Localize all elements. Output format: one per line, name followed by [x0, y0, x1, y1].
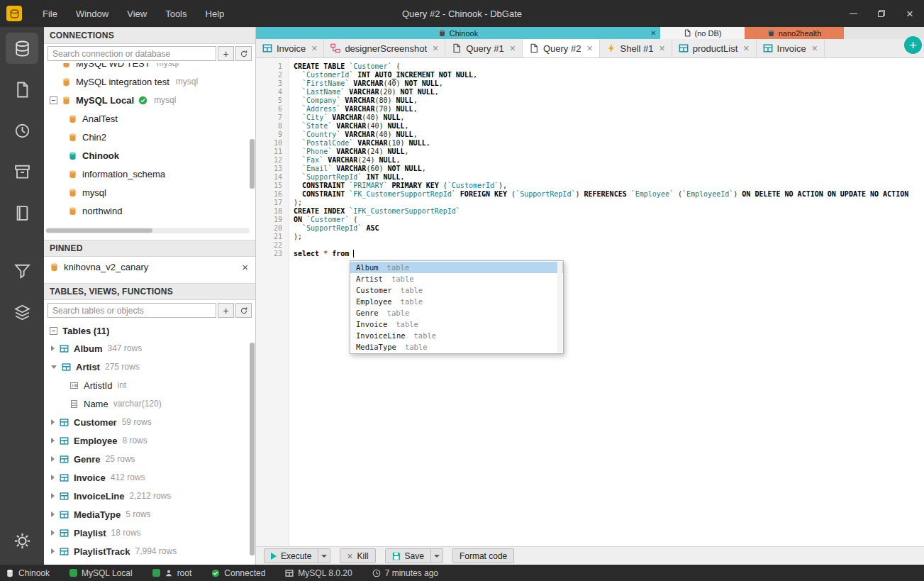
close-button[interactable]: × [896, 0, 924, 27]
activity-filter-button[interactable] [6, 255, 38, 287]
connection-mysql-local[interactable]: MySQL Localmysql [44, 91, 255, 109]
activity-book-button[interactable] [6, 197, 38, 228]
autocomplete-scrollbar[interactable] [557, 262, 562, 353]
table-invoice[interactable]: Invoice412 rows [44, 468, 255, 487]
connection-mysql-wd-test[interactable]: MySQL WD TESTmysql [44, 63, 255, 72]
table-customer[interactable]: Customer59 rows [44, 413, 255, 431]
tables-search-input[interactable] [48, 303, 216, 318]
menu-item-window[interactable]: Window [67, 9, 118, 19]
table-playlisttrack[interactable]: PlaylistTrack7,994 rows [44, 542, 255, 560]
minimize-button[interactable] [839, 0, 867, 27]
new-object-button[interactable]: + [218, 303, 234, 318]
unpin-icon[interactable]: × [242, 261, 248, 273]
autocomplete-item-genre[interactable]: Genretable [350, 307, 563, 319]
status-mysql-8-0-20[interactable]: MySQL 8.0.20 [285, 568, 352, 578]
pinned-knihovna-v2-canary[interactable]: knihovna_v2_canary× [44, 257, 255, 277]
menu-item-tools[interactable]: Tools [156, 9, 196, 19]
connection-search-input[interactable] [48, 46, 216, 61]
status-7-minutes-ago[interactable]: 7 minutes ago [372, 568, 438, 578]
kill-button[interactable]: ×Kill [340, 548, 375, 563]
close-tab-icon[interactable]: × [812, 43, 818, 53]
activity-file-button[interactable] [6, 74, 38, 105]
hscrollbar-thumb[interactable] [46, 228, 152, 233]
tab-group-chinook[interactable]: Chinook× [256, 27, 660, 39]
status-mysql-local[interactable]: MySQL Local [69, 568, 133, 578]
chevron-right-icon[interactable] [51, 511, 55, 517]
chevron-down-icon[interactable] [51, 365, 57, 369]
tab-shell-1-4[interactable]: Shell #1× [600, 39, 672, 57]
table-artist[interactable]: Artist275 rows [44, 358, 255, 376]
tables-vscrollbar-thumb[interactable] [250, 343, 255, 555]
connection-mysql-integration-test[interactable]: MySQL integration testmysql [44, 72, 255, 91]
autocomplete-item-invoiceline[interactable]: InvoiceLinetable [350, 330, 563, 341]
chevron-right-icon[interactable] [51, 438, 55, 443]
chevron-right-icon[interactable] [51, 493, 55, 499]
activity-database-button[interactable] [6, 33, 38, 64]
autocomplete-item-invoice[interactable]: Invoicetable [350, 319, 563, 330]
table-invoiceline[interactable]: InvoiceLine2,212 rows [44, 487, 255, 505]
connection-chin2[interactable]: Chin2 [44, 128, 255, 146]
new-connection-button[interactable]: + [218, 46, 234, 61]
column-name[interactable]: Namevarchar(120) [44, 394, 255, 413]
format-code-button[interactable]: Format code [452, 548, 514, 563]
autocomplete-item-artist[interactable]: Artisttable [350, 273, 563, 284]
collapse-box-icon[interactable] [50, 96, 57, 104]
chevron-right-icon[interactable] [51, 530, 55, 536]
sql-editor[interactable]: 1234567891011121314151617181920212223 CR… [256, 58, 924, 546]
menu-item-help[interactable]: Help [196, 9, 234, 19]
close-tab-icon[interactable]: × [510, 43, 516, 53]
connections-vscrollbar-thumb[interactable] [250, 139, 255, 189]
status-chinook[interactable]: Chinook [6, 568, 50, 578]
autocomplete-item-customer[interactable]: Customertable [350, 284, 563, 296]
connection-northwind[interactable]: northwind [44, 201, 255, 220]
autocomplete-item-album[interactable]: Albumtable [350, 262, 563, 273]
tab-group-no-db[interactable]: (no DB) [660, 27, 745, 39]
tab-productlist-5[interactable]: productList× [672, 39, 757, 57]
tab-query-1-2[interactable]: Query #1× [445, 39, 523, 57]
menu-item-view[interactable]: View [118, 9, 156, 19]
new-tab-button[interactable]: + [904, 36, 922, 54]
connection-analtest[interactable]: AnalTest [44, 109, 255, 128]
close-tab-icon[interactable]: × [586, 43, 592, 53]
connections-hscrollbar[interactable] [45, 228, 250, 233]
tab-designerscreenshot-1[interactable]: designerScreenshot× [324, 39, 445, 57]
chevron-right-icon[interactable] [51, 475, 55, 480]
close-tab-icon[interactable]: × [743, 43, 749, 53]
chevron-right-icon[interactable] [51, 419, 55, 425]
execute-button[interactable]: Execute [264, 548, 318, 563]
table-album[interactable]: Album347 rows [44, 339, 255, 358]
connection-chinook[interactable]: Chinook [44, 146, 255, 165]
autocomplete-item-mediatype[interactable]: MediaTypetable [350, 341, 563, 353]
table-mediatype[interactable]: MediaType5 rows [44, 505, 255, 524]
activity-layers-button[interactable] [6, 297, 38, 328]
close-group-icon[interactable]: × [650, 28, 656, 38]
close-tab-icon[interactable]: × [433, 43, 438, 53]
save-dropdown-button[interactable] [431, 548, 443, 563]
restore-button[interactable] [867, 0, 896, 27]
connection-mysql[interactable]: mysql [44, 183, 255, 201]
save-button[interactable]: Save [385, 548, 431, 563]
table-genre[interactable]: Genre25 rows [44, 450, 255, 468]
chevron-right-icon[interactable] [51, 548, 55, 554]
menu-item-file[interactable]: File [33, 9, 67, 19]
execute-dropdown-button[interactable] [318, 548, 330, 563]
tab-invoice-0[interactable]: Invoice× [256, 39, 324, 57]
activity-history-button[interactable] [6, 115, 38, 146]
tab-group-nano2health[interactable]: nano2health [745, 27, 844, 39]
tab-query-2-3[interactable]: Query #2× [523, 39, 600, 57]
connection-information-schema[interactable]: information_schema [44, 165, 255, 183]
chevron-right-icon[interactable] [51, 345, 55, 351]
table-employee[interactable]: Employee8 rows [44, 431, 255, 450]
refresh-tables-button[interactable] [235, 303, 252, 318]
table-playlist[interactable]: Playlist18 rows [44, 524, 255, 542]
close-tab-icon[interactable]: × [659, 43, 665, 53]
status-connected[interactable]: Connected [211, 568, 265, 578]
tab-invoice-6[interactable]: Invoice× [757, 39, 825, 57]
status-root[interactable]: root [152, 568, 192, 578]
close-tab-icon[interactable]: × [311, 43, 317, 53]
tables-group-row[interactable]: Tables (11) [44, 322, 255, 339]
column-artistid[interactable]: ArtistIdint [44, 376, 255, 394]
autocomplete-item-employee[interactable]: Employeetable [350, 296, 563, 307]
refresh-connections-button[interactable] [235, 46, 252, 61]
activity-settings-button[interactable] [6, 525, 38, 556]
